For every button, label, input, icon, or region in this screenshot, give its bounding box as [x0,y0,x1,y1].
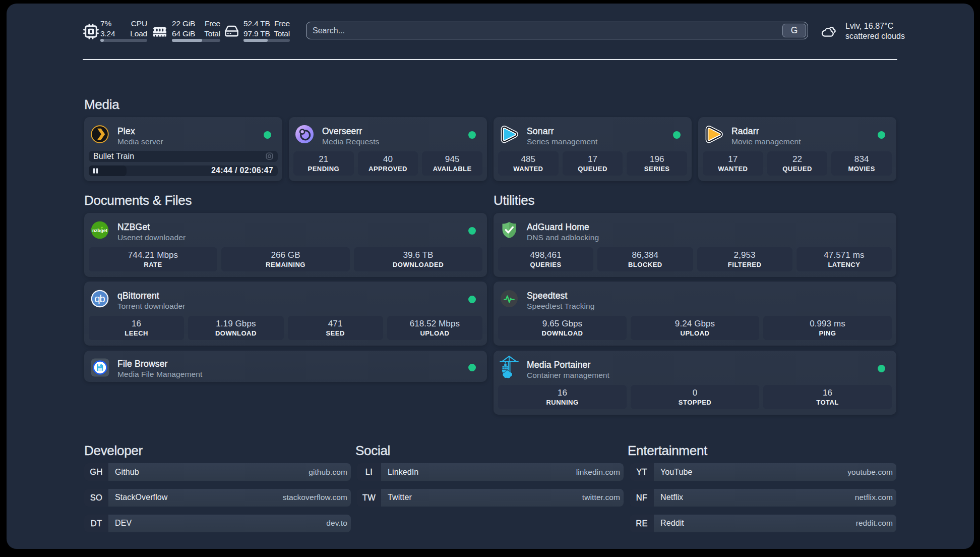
search-provider-button[interactable]: G [782,24,806,37]
stat-label: QUEUED [563,164,623,174]
section-title-social: Social [355,443,390,458]
stat-value: 40 [358,154,418,164]
search-bar: G [306,22,808,39]
stat-label: DOWNLOAD [498,329,627,338]
bookmark-stackoverflow[interactable]: SO StackOverflow stackoverflow.com [84,489,351,507]
cpu-free-value: 7% [100,19,127,29]
stat-block: 0 STOPPED [631,385,759,409]
service-subtitle: Usenet downloader [117,233,186,242]
hard-drive-icon [224,24,239,40]
stat-block: 834 MOVIES [831,151,892,176]
stat-label: LATENCY [797,260,892,269]
stat-label: APPROVED [358,164,418,174]
stat-label: AVAILABLE [422,164,482,174]
stat-label: DOWNLOAD [188,329,283,338]
service-card-overseerr[interactable]: Overseerr Media Requests 21 PENDING 40 A… [289,117,487,181]
service-subtitle: Series management [527,137,597,146]
adguard-icon [500,221,518,239]
stat-value: 266 GB [221,250,350,260]
stat-value: 16 [89,318,184,329]
service-subtitle: Media server [117,137,163,146]
search-input[interactable] [313,22,756,39]
stat-value: 16 [763,387,892,398]
bookmark-name: Reddit [660,519,684,528]
bookmark-dev[interactable]: DT DEV dev.to [84,515,351,532]
bookmark-url: dev.to [326,519,347,528]
stat-value: 945 [422,154,482,164]
bookmark-twitter[interactable]: TW Twitter twitter.com [357,489,624,507]
stat-label: BLOCKED [597,260,693,269]
weather-widget[interactable]: Lviv, 16.87°C scattered clouds [820,21,905,42]
memory-icon [153,26,166,39]
stat-label: FILTERED [697,260,792,269]
disk-label-2: Total [274,29,290,39]
cpu-label-2: Load [130,29,147,39]
bookmark-linkedin[interactable]: LI LinkedIn linkedin.com [357,463,624,481]
weather-location-temp: Lviv, 16.87°C [845,21,905,32]
service-subtitle: Container management [527,371,609,379]
status-dot [673,131,681,139]
service-card-radarr[interactable]: Radarr Movie management 17 WANTED 22 QUE… [698,117,896,181]
service-card-nzbget[interactable]: nzbget NZBGet Usenet downloader 744.21 M… [84,213,487,277]
stat-block: 471 SEED [288,316,383,340]
service-card-filebrowser[interactable]: File Browser Media File Management [84,351,487,382]
plex-player-row: 24:44 / 02:06:47 [89,165,278,176]
bookmark-github[interactable]: GH Github github.com [84,463,351,481]
service-card-plex[interactable]: Plex Media server Bullet Train 24:44 / 0… [84,117,282,181]
bookmark-abbr: NF [630,489,654,507]
disk-label-1: Free [274,19,290,29]
stat-block: 86,384 BLOCKED [597,247,693,271]
stat-value: 17 [563,154,623,164]
status-dot [878,131,885,139]
stat-value: 1.19 Gbps [188,318,283,329]
stat-label: PENDING [293,164,354,174]
sonarr-icon [500,125,518,143]
memory-label-1: Free [204,19,220,29]
service-title: qBittorrent [117,291,159,301]
stat-label: UPLOAD [387,329,482,338]
cpu-progress-fill [100,39,104,42]
cpu-progress-track [100,39,147,42]
stat-block: 47.571 ms LATENCY [797,247,892,271]
stat-block: 17 QUEUED [563,151,623,176]
stat-label: UPLOAD [631,329,759,338]
nzbget-icon: nzbget [91,221,109,239]
stat-label: RATE [89,260,217,269]
cpu-load-value: 3.24 [100,29,127,39]
service-title: Plex [117,127,135,136]
service-title: Overseerr [322,127,362,136]
header-divider [83,59,897,60]
svg-text:qb: qb [94,293,105,304]
camera-icon [265,152,274,162]
bookmark-name: Twitter [388,493,412,502]
stat-value: 618.52 Mbps [387,318,482,329]
stat-label: RUNNING [498,398,627,407]
stat-value: 471 [288,318,383,329]
bookmark-reddit[interactable]: RE Reddit reddit.com [630,515,896,532]
bookmark-netflix[interactable]: NF Netflix netflix.com [630,489,896,507]
service-card-qbittorrent[interactable]: qb qBittorrent Torrent downloader 16 LEE… [84,282,487,346]
service-card-portainer[interactable]: Media Portainer Container management 16 … [494,351,896,415]
pause-icon[interactable] [93,168,98,174]
stat-label: PING [763,329,892,338]
stat-block: 0.993 ms PING [763,316,892,340]
bookmark-url: stackoverflow.com [283,493,347,502]
stat-label: WANTED [703,164,763,174]
service-card-speedtest[interactable]: Speedtest Speedtest Tracking 9.65 Gbps D… [494,282,896,346]
stat-value: 9.24 Gbps [631,318,759,329]
status-dot [468,227,476,235]
stat-label: QUEUED [767,164,828,174]
bookmark-abbr: SO [84,489,108,507]
service-card-sonarr[interactable]: Sonarr Series management 485 WANTED 17 Q… [494,117,692,181]
cpu-icon [82,23,100,42]
service-card-adguard[interactable]: AdGuard Home DNS and adblocking 498,461 … [494,213,896,277]
filebrowser-icon [91,358,109,377]
section-title-developer: Developer [84,443,143,458]
stat-value: 485 [498,154,559,164]
stat-label: STOPPED [631,398,759,407]
cpu-label-1: CPU [130,19,147,29]
service-title: Sonarr [527,127,554,136]
bookmark-youtube[interactable]: YT YouTube youtube.com [630,463,896,481]
bookmark-name: LinkedIn [388,468,418,477]
stat-block: 16 LEECH [89,316,184,340]
